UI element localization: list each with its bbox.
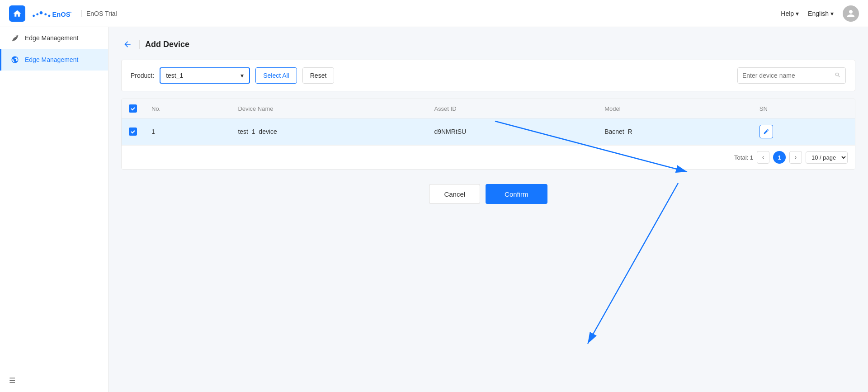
action-bar: Cancel Confirm [121, 184, 855, 213]
page-header: Add Device [121, 38, 855, 51]
page-size-select[interactable]: 10 / page 20 / page 50 / page [806, 151, 848, 164]
sidebar-item-edge-management-sub[interactable]: Edge Management [0, 49, 108, 71]
table-row: 1 test_1_device d9NMRtSU Bacnet_R [122, 118, 855, 145]
svg-point-3 [44, 13, 47, 15]
sidebar-item-sub-label: Edge Management [25, 56, 78, 63]
select-all-checkbox[interactable] [129, 104, 137, 113]
row-sn [752, 118, 855, 145]
confirm-button[interactable]: Confirm [486, 184, 547, 204]
svg-text:™: ™ [68, 11, 71, 15]
device-table: No. Device Name Asset ID Model SN [122, 99, 855, 145]
product-label: Product: [131, 72, 154, 79]
edit-button[interactable] [760, 125, 773, 138]
row-checkbox-cell [122, 118, 144, 145]
header-right: Help ▾ English ▾ [781, 5, 859, 22]
reset-button[interactable]: Reset [302, 67, 335, 84]
product-select-value: test_1 [166, 72, 183, 79]
pagination-bar: Total: 1 ‹ 1 › 10 / page 20 / page 50 / … [122, 145, 855, 169]
row-asset-id: d9NMRtSU [427, 118, 597, 145]
sidebar-collapse-icon[interactable]: ☰ [9, 376, 99, 385]
svg-text:EnOS: EnOS [52, 10, 70, 18]
col-sn: SN [752, 99, 855, 118]
svg-point-2 [40, 11, 43, 14]
pagination-next-button[interactable]: › [789, 151, 802, 164]
page-title: Add Device [145, 40, 189, 49]
product-select[interactable]: test_1 ▾ [160, 67, 250, 84]
col-checkbox [122, 99, 144, 118]
filter-bar: Product: test_1 ▾ Select All Reset [121, 60, 855, 91]
search-icon [835, 72, 841, 80]
help-menu[interactable]: Help ▾ [781, 10, 799, 17]
row-model: Bacnet_R [597, 118, 752, 145]
svg-point-0 [33, 14, 35, 17]
back-button[interactable] [121, 38, 134, 51]
main-layout: Edge Management Edge Management ☰ [0, 27, 868, 392]
svg-point-4 [48, 14, 50, 17]
logo-text: EnOS ™ [31, 7, 71, 20]
pagination-prev-button[interactable]: ‹ [757, 151, 769, 164]
home-icon[interactable] [9, 5, 25, 22]
col-asset-id: Asset ID [427, 99, 597, 118]
sidebar-bottom: ☰ [0, 369, 108, 392]
help-label: Help [781, 10, 794, 17]
edge-management-sub-icon [10, 55, 19, 64]
sidebar-item-label: Edge Management [25, 34, 78, 42]
search-input[interactable] [742, 72, 831, 79]
pagination-page-1[interactable]: 1 [773, 151, 786, 164]
table-wrapper: No. Device Name Asset ID Model SN [121, 99, 855, 170]
col-device-name: Device Name [231, 99, 427, 118]
content: Add Device Product: test_1 ▾ Select All … [108, 27, 868, 224]
product-select-chevron-icon: ▾ [241, 72, 244, 79]
app-title: EnOS Trial [81, 10, 117, 17]
svg-point-1 [36, 13, 38, 15]
help-chevron-icon: ▾ [796, 10, 799, 17]
page-divider [139, 40, 140, 49]
select-all-button[interactable]: Select All [255, 67, 297, 84]
cancel-button[interactable]: Cancel [429, 184, 480, 204]
row-no: 1 [144, 118, 231, 145]
row-checkbox[interactable] [129, 128, 137, 136]
table-header-row: No. Device Name Asset ID Model SN [122, 99, 855, 118]
language-menu[interactable]: English ▾ [808, 10, 834, 17]
page-wrapper: Add Device Product: test_1 ▾ Select All … [108, 27, 868, 392]
pagination-total: Total: 1 [734, 154, 753, 161]
sidebar-item-edge-management-top[interactable]: Edge Management [0, 27, 108, 49]
sidebar: Edge Management Edge Management ☰ [0, 27, 108, 392]
col-model: Model [597, 99, 752, 118]
row-device-name: test_1_device [231, 118, 427, 145]
avatar[interactable] [843, 5, 859, 22]
edge-management-icon [10, 33, 19, 43]
lang-label: English [808, 10, 829, 17]
col-no: No. [144, 99, 231, 118]
logo-area: EnOS ™ EnOS Trial [9, 5, 118, 22]
search-input-wrapper [737, 67, 846, 84]
header: EnOS ™ EnOS Trial Help ▾ English ▾ [0, 0, 868, 27]
lang-chevron-icon: ▾ [830, 10, 834, 17]
